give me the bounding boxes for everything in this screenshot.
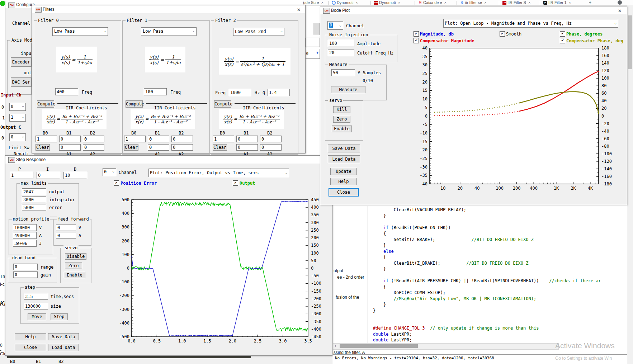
config-input-ch0-combo[interactable]: 0⌄ [9, 103, 26, 111]
bode-help-button[interactable]: Help [330, 178, 357, 185]
position-error-checkbox[interactable]: ✔ [114, 180, 119, 186]
freq-input[interactable] [144, 88, 167, 95]
accel-input[interactable] [13, 232, 37, 239]
help-button[interactable]: Help [15, 333, 46, 340]
deadband-gain-input[interactable] [13, 271, 38, 278]
b0-input[interactable] [36, 136, 57, 142]
step-plot-select[interactable]: Plot: Position Error, Output vs Time, se… [148, 169, 289, 177]
step-button[interactable]: Step [51, 313, 68, 320]
step-time-input[interactable] [24, 293, 48, 300]
filter-type-select[interactable]: Low Pass 2nd⌄ [233, 28, 284, 36]
bode-enable-button[interactable]: Enable [332, 126, 352, 132]
browser-tab-iir-filter-se[interactable]: Giir filter se× [460, 0, 487, 5]
q-input[interactable] [268, 89, 290, 96]
tab-close-icon[interactable]: × [528, 0, 530, 5]
tab-close-icon[interactable]: × [444, 0, 447, 5]
clear-button[interactable]: Clear [124, 144, 138, 151]
dac-servo-button[interactable]: DAC Ser [11, 77, 32, 87]
i-input[interactable] [37, 172, 60, 179]
step-size-input[interactable] [24, 303, 48, 309]
amplitude-input[interactable] [328, 40, 354, 47]
max-integrator-input[interactable] [22, 196, 46, 203]
bode-plot-select[interactable]: Plot: Open Loop - Magnitude and Phase vs… [443, 19, 618, 28]
a1-input[interactable] [148, 144, 169, 151]
samples-input[interactable] [331, 69, 355, 76]
b1-input[interactable] [236, 136, 258, 142]
scroll-left-icon[interactable]: ‹ [334, 344, 336, 348]
code-editor[interactable]: ClearBit(VACUUM_PUMP_RELAY); } if (ReadB… [333, 206, 627, 343]
p-input[interactable] [10, 172, 33, 179]
b0-input[interactable] [124, 136, 146, 142]
b1-input[interactable] [59, 136, 81, 142]
bode-channel-combo[interactable]: 0 ⌄ [327, 21, 343, 30]
filters-titlebar[interactable]: DM Filters ✕ [32, 5, 305, 13]
load-data-button[interactable]: Load Data [48, 344, 79, 351]
browser-tab-iir-filter-1[interactable]: ▶IIR Filter 1× [543, 0, 571, 5]
b2-input[interactable] [83, 136, 104, 142]
phase-checkbox[interactable]: ✔ [560, 31, 565, 37]
horizontal-scrollbar[interactable]: ‹ › [333, 343, 559, 350]
smooth-checkbox[interactable]: ✔ [500, 31, 505, 37]
b2-input[interactable] [171, 136, 193, 142]
compute-button[interactable]: Compute [126, 100, 143, 108]
tab-close-icon[interactable]: × [398, 0, 400, 5]
scrollbar-thumb[interactable] [340, 344, 418, 348]
a2-input[interactable] [83, 144, 104, 151]
a1-input[interactable] [236, 144, 258, 151]
encoder-button[interactable]: Encoder [11, 57, 32, 67]
bode-load-data-button[interactable]: Load Data [328, 155, 360, 163]
save-data-button[interactable]: Save Data [48, 333, 79, 340]
browser-tab-dynomoti[interactable]: Dynomoti× [332, 0, 358, 5]
compute-button[interactable]: Compute [214, 100, 231, 108]
ff-velocity-input[interactable] [56, 224, 76, 231]
tab-close-icon[interactable]: × [355, 0, 358, 5]
zero-button[interactable]: Zero [65, 263, 82, 269]
cutoff-freq-input[interactable] [328, 49, 354, 56]
max-output-input[interactable] [22, 188, 46, 195]
tab-close-icon[interactable]: × [321, 0, 323, 5]
freq-input[interactable] [229, 89, 251, 96]
config-input-ch1-combo[interactable]: 1⌄ [9, 114, 26, 122]
b1-input[interactable] [148, 136, 169, 142]
update-button[interactable]: Update [330, 168, 357, 175]
filter-type-select[interactable]: Low Pass⌄ [141, 27, 197, 36]
disable-button[interactable]: Disable [65, 253, 86, 260]
output-checkbox[interactable]: ✔ [233, 180, 238, 186]
freq-input[interactable] [55, 88, 78, 95]
compute-button[interactable]: Compute [37, 100, 54, 108]
velocity-input[interactable] [13, 224, 37, 231]
a2-input[interactable] [260, 144, 282, 151]
b0-input[interactable] [213, 136, 234, 142]
filter-type-select[interactable]: Low Pass⌄ [52, 27, 108, 36]
close-button[interactable]: Close [15, 344, 46, 351]
vertical-scrollbar[interactable] [627, 5, 633, 364]
close-icon[interactable]: ✕ [617, 8, 623, 14]
profile-avatar[interactable] [618, 0, 622, 5]
step-channel-combo[interactable]: 0⌄ [103, 168, 116, 176]
bode-close-button[interactable]: Close [329, 188, 359, 197]
move-button[interactable]: Move [28, 313, 46, 320]
bode-zero-button[interactable]: Zero [333, 116, 350, 123]
config-output-ch0-combo[interactable]: 0⌄ [9, 133, 26, 141]
bode-save-data-button[interactable]: Save Data [328, 145, 360, 152]
browser-tab-iir-filter-s[interactable]: DMIIR Filter S× [502, 0, 530, 5]
scrollbar-thumb[interactable] [628, 15, 632, 69]
close-icon[interactable]: ✕ [296, 7, 302, 13]
a2-input[interactable] [171, 144, 193, 151]
d-input[interactable] [63, 172, 87, 179]
kill-button[interactable]: Kill [333, 106, 350, 113]
browser-tab-caixa-de-e[interactable]: MCaixa de e× [418, 0, 447, 5]
tab-close-icon[interactable]: × [484, 0, 486, 5]
b2-input[interactable] [260, 136, 282, 142]
tab-close-icon[interactable]: × [569, 0, 571, 5]
bode-titlebar[interactable]: DM Bode Plot ✕ [320, 6, 627, 14]
clear-button[interactable]: Clear [213, 144, 227, 151]
magnitude-checkbox[interactable]: ✔ [414, 31, 419, 37]
ff-accel-input[interactable] [56, 232, 76, 239]
step-titlebar[interactable]: DM Step Response ✕ [5, 156, 332, 164]
new-tab-button[interactable]: + [589, 0, 591, 5]
deadband-range-input[interactable] [13, 264, 38, 270]
enable-button[interactable]: Enable [64, 272, 85, 278]
measure-button[interactable]: Measure [331, 86, 365, 93]
max-error-input[interactable] [22, 204, 46, 211]
